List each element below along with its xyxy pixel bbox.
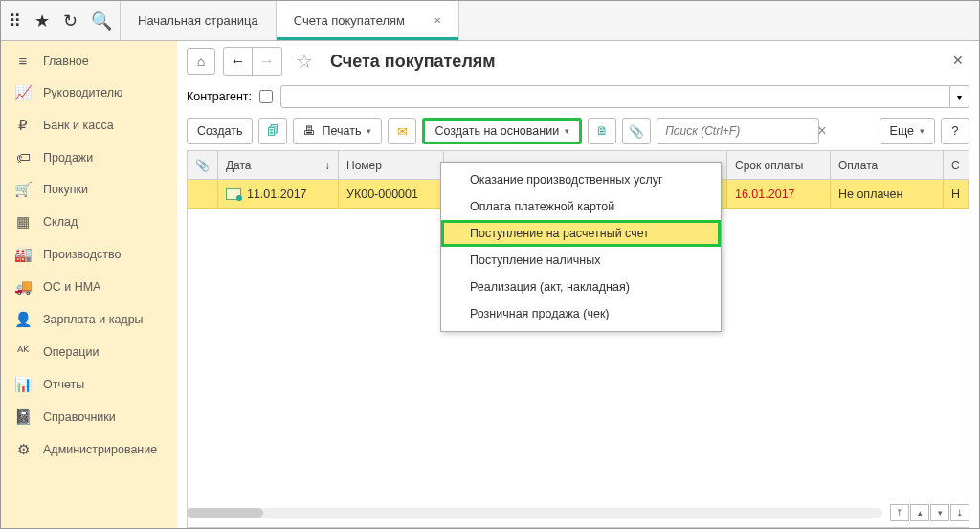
truck-icon: 🚚: [14, 278, 32, 296]
document-icon: [226, 188, 241, 200]
copy-button[interactable]: 🗐: [258, 118, 287, 144]
tab-bar: ⠿ ★ ↻ 🔍 Начальная страница Счета покупат…: [1, 1, 979, 41]
sidebar-item-purchases[interactable]: 🛒Покупки: [1, 173, 177, 206]
col-label: С: [951, 159, 960, 172]
sidebar-item-warehouse[interactable]: ▦Склад: [1, 206, 177, 238]
more-button[interactable]: Еще▾: [880, 118, 935, 144]
sidebar-item-label: Продажи: [43, 151, 93, 165]
sidebar-item-catalogs[interactable]: 📓Справочники: [1, 401, 177, 433]
col-label: Дата: [226, 159, 252, 172]
search-input[interactable]: [657, 124, 817, 138]
sidebar-item-label: Главное: [43, 55, 89, 68]
sidebar-item-label: Администрирование: [43, 443, 157, 456]
nav-back-button[interactable]: ←: [224, 48, 253, 75]
menu-label: Реализация (акт, накладная): [470, 280, 630, 294]
sidebar-item-label: Покупки: [43, 183, 88, 196]
tab-start-page[interactable]: Начальная страница: [121, 1, 277, 40]
sidebar-item-bank[interactable]: ₽Банк и касса: [1, 109, 177, 142]
col-label: Срок оплаты: [735, 159, 803, 172]
scroll-last-icon[interactable]: ⤓: [950, 504, 969, 521]
menu-item[interactable]: Реализация (акт, накладная): [441, 274, 721, 300]
scroll-first-icon[interactable]: ⤒: [890, 504, 909, 521]
sort-down-icon: ↓: [324, 159, 330, 172]
home-button[interactable]: ⌂: [187, 48, 215, 75]
menu-item-selected[interactable]: Поступление на расчетный счет: [441, 220, 721, 247]
nav-arrows: ← →: [223, 47, 282, 76]
menu-label: Оказание производственных услуг: [470, 173, 663, 187]
menu-item[interactable]: Оплата платежной картой: [441, 193, 721, 220]
search-box: ×: [657, 118, 819, 144]
menu-icon: ≡: [14, 53, 32, 69]
caret-icon: ▾: [367, 126, 371, 136]
scroll-thumb[interactable]: [187, 508, 263, 518]
sidebar-item-main[interactable]: ≡Главное: [1, 45, 177, 77]
menu-label: Поступление на расчетный счет: [470, 227, 649, 240]
filter-checkbox[interactable]: [259, 90, 273, 103]
page-title: Счета покупателям: [330, 52, 496, 72]
book-icon: 📓: [14, 408, 32, 426]
contractor-input[interactable]: [280, 85, 950, 108]
scroll-down-icon[interactable]: ▾: [930, 504, 949, 521]
button-label: Создать: [197, 124, 243, 138]
favorite-icon[interactable]: ☆: [296, 50, 313, 73]
sidebar-item-manager[interactable]: 📈Руководителю: [1, 77, 177, 109]
sidebar-item-reports[interactable]: 📊Отчеты: [1, 368, 177, 401]
sidebar-item-sales[interactable]: 🏷Продажи: [1, 142, 177, 173]
col-number[interactable]: Номер: [339, 151, 444, 179]
menu-item[interactable]: Поступление наличных: [441, 247, 721, 274]
tag-icon: 🏷: [14, 149, 32, 165]
col-date[interactable]: Дата↓: [218, 151, 339, 179]
tab-accounts[interactable]: Счета покупателям ✕: [277, 1, 459, 40]
menu-item[interactable]: Розничная продажа (чек): [441, 300, 721, 327]
menu-label: Поступление наличных: [470, 253, 600, 267]
printer-icon: 🖶: [303, 124, 316, 138]
sidebar-item-label: Зарплата и кадры: [43, 313, 144, 326]
document-button[interactable]: 🗎: [588, 118, 616, 144]
caret-icon: ▾: [920, 126, 924, 136]
horizontal-scrollbar: ⤒ ▴ ▾ ⤓: [187, 505, 969, 520]
sidebar-item-label: Справочники: [43, 410, 116, 424]
close-icon[interactable]: ✕: [434, 15, 441, 26]
create-based-on-menu: Оказание производственных услуг Оплата п…: [440, 162, 722, 332]
mail-button[interactable]: ✉: [388, 118, 416, 144]
star-icon[interactable]: ★: [34, 11, 50, 32]
history-icon[interactable]: ↻: [63, 11, 78, 32]
sidebar-item-salary[interactable]: 👤Зарплата и кадры: [1, 303, 177, 336]
col-due-date[interactable]: Срок оплаты: [727, 151, 831, 179]
attach-button[interactable]: 📎: [622, 118, 651, 144]
scroll-up-icon[interactable]: ▴: [910, 504, 929, 521]
filter-label: Контрагент:: [187, 90, 252, 103]
menu-item[interactable]: Оказание производственных услуг: [441, 166, 721, 193]
search-icon[interactable]: 🔍: [91, 11, 112, 32]
apps-icon[interactable]: ⠿: [9, 11, 21, 32]
clear-search-icon[interactable]: ×: [817, 122, 826, 140]
help-button[interactable]: ?: [941, 118, 969, 144]
menu-label: Розничная продажа (чек): [470, 307, 610, 320]
journal-icon: ᴬᴷ: [14, 343, 32, 361]
person-icon: 👤: [14, 311, 32, 328]
sidebar-item-label: Склад: [43, 215, 78, 229]
sidebar-item-label: Руководителю: [43, 86, 122, 99]
button-label: Еще: [890, 124, 914, 138]
scroll-track[interactable]: [187, 508, 882, 518]
nav-forward-button[interactable]: →: [253, 48, 281, 75]
sidebar-item-assets[interactable]: 🚚ОС и НМА: [1, 271, 177, 303]
sidebar-item-label: Производство: [43, 248, 122, 261]
cell-value: Н: [951, 187, 960, 201]
print-button[interactable]: 🖶Печать▾: [293, 118, 382, 144]
sidebar-item-operations[interactable]: ᴬᴷОперации: [1, 336, 177, 368]
button-label: Печать: [322, 124, 361, 138]
sidebar: ≡Главное 📈Руководителю ₽Банк и касса 🏷Пр…: [1, 41, 177, 528]
col-attachment[interactable]: 📎: [188, 151, 218, 179]
sidebar-item-label: Банк и касса: [43, 119, 114, 132]
cell-value: Не оплачен: [838, 187, 903, 201]
create-button[interactable]: Создать: [187, 118, 254, 144]
col-label: Оплата: [838, 159, 878, 172]
contractor-dropdown-button[interactable]: ▾: [950, 85, 969, 108]
sidebar-item-production[interactable]: 🏭Производство: [1, 238, 177, 271]
col-payment[interactable]: Оплата: [831, 151, 944, 179]
close-page-icon[interactable]: ✕: [952, 53, 964, 68]
col-extra[interactable]: С: [944, 151, 969, 179]
sidebar-item-admin[interactable]: ⚙Администрирование: [1, 433, 177, 466]
create-based-on-button[interactable]: Создать на основании▾: [422, 118, 582, 144]
